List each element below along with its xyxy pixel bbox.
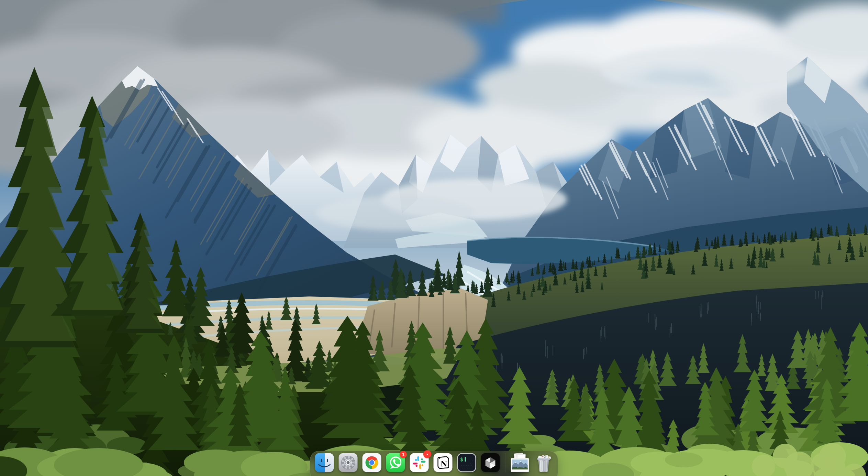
- trash-full-icon: [534, 453, 554, 473]
- dock-item-chrome[interactable]: [362, 453, 382, 473]
- dock-item-slack[interactable]: •: [409, 453, 429, 473]
- dock-item-trash[interactable]: [534, 453, 554, 473]
- wallpaper-mountain-landscape: [0, 0, 868, 476]
- settings-gear-icon: [338, 453, 358, 473]
- notion-icon: N: [433, 453, 453, 473]
- dock-item-terminal[interactable]: $: [457, 453, 477, 473]
- dock-item-settings[interactable]: [338, 453, 358, 473]
- dock-item-cursor[interactable]: [480, 453, 500, 473]
- downloads-image-stack-icon: [510, 453, 530, 473]
- whatsapp-notification-badge: 1: [400, 451, 407, 458]
- dock-item-notion[interactable]: N: [433, 453, 453, 473]
- dock-item-downloads[interactable]: [510, 453, 530, 473]
- dock: 1 • N: [310, 451, 558, 476]
- slack-notification-badge: •: [423, 450, 431, 458]
- dock-item-whatsapp[interactable]: 1: [386, 453, 405, 473]
- dock-item-finder[interactable]: [314, 453, 334, 473]
- terminal-icon: $: [457, 453, 477, 473]
- terminal-prompt: $: [460, 456, 463, 463]
- chrome-icon: [362, 453, 382, 473]
- notion-letter: N: [441, 459, 447, 468]
- dock-divider: [505, 453, 505, 472]
- finder-icon: [314, 453, 334, 473]
- cursor-cube-icon: [480, 453, 500, 473]
